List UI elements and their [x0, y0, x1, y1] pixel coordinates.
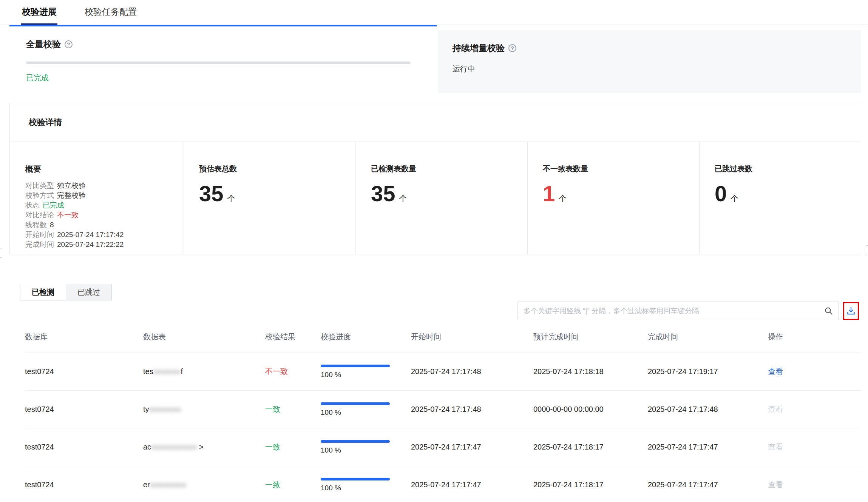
start-time-cell: 2025-07-24 17:17:48 [411, 405, 533, 414]
incremental-validation-status: 运行中 [453, 64, 861, 74]
result-cell: 不一致 [265, 366, 321, 377]
top-tab-bar: 校验进展 校验任务配置 [0, 0, 868, 25]
progress-bar [321, 478, 390, 480]
masked-table-name: oooooo [153, 367, 181, 376]
summary-item-finish-time: 完成时间2025-07-24 17:22:22 [25, 240, 184, 249]
full-validation-panel[interactable]: 全量校验 ? 已完成 [9, 25, 437, 93]
col-header-start-time: 开始时间 [411, 332, 533, 342]
stat-skipped-tables: 已跳过表数 0个 [699, 142, 861, 254]
progress-bar [321, 365, 390, 367]
tab-skipped[interactable]: 已跳过 [66, 284, 111, 300]
search-row [517, 302, 858, 320]
summary-title: 概要 [25, 164, 184, 174]
progress-cell: 100 % [321, 402, 411, 417]
result-cell: 一致 [265, 404, 321, 414]
full-validation-status: 已完成 [26, 73, 437, 83]
database-cell: test0724 [25, 367, 143, 376]
summary-item-start-time: 开始时间2025-07-24 17:17:42 [25, 230, 184, 240]
search-box [517, 302, 839, 320]
stat-value: 1 [543, 181, 555, 206]
download-icon [846, 306, 856, 316]
tab-validation-progress[interactable]: 校验进展 [22, 0, 57, 25]
full-validation-title: 全量校验 ? [26, 38, 437, 50]
database-cell: test0724 [25, 480, 143, 489]
stat-value: 35 [199, 181, 224, 206]
progress-bar [321, 402, 390, 405]
estimated-finish-cell: 2025-07-24 17:18:17 [533, 480, 648, 489]
finish-time-cell: 2025-07-24 17:17:47 [648, 480, 768, 489]
start-time-cell: 2025-07-24 17:17:48 [411, 367, 533, 376]
progress-label: 100 % [321, 371, 411, 379]
table-name-cell: acoooooooooo > [143, 443, 265, 451]
page: { "colors": { "accent_blue": "#2468f2", … [0, 0, 868, 502]
col-header-database: 数据库 [25, 332, 143, 342]
tab-detected[interactable]: 已检测 [20, 284, 66, 300]
col-header-progress: 校验进度 [321, 332, 411, 342]
help-icon[interactable]: ? [65, 40, 73, 48]
progress-bar [321, 440, 390, 443]
table-name-cell: tyooooooo [143, 405, 265, 414]
stat-checked-tables: 已检测表数量 35个 [355, 142, 527, 254]
estimated-finish-cell: 2025-07-24 17:18:18 [533, 367, 648, 376]
details-header: 校验详情 [10, 103, 861, 142]
masked-table-name: oooooooooo [151, 443, 197, 451]
finish-time-cell: 2025-07-24 17:17:48 [648, 405, 768, 414]
summary-item-compare-type: 对比类型独立校验 [25, 181, 184, 191]
summary-column: 概要 对比类型独立校验 校验方式完整校验 状态已完成 对比结论不一致 线程数8 … [10, 142, 184, 254]
incremental-validation-panel[interactable]: 持续增量校验 ? 运行中 [438, 30, 861, 93]
database-cell: test0724 [25, 405, 143, 414]
search-icon[interactable] [824, 306, 833, 316]
summary-item-conclusion: 对比结论不一致 [25, 210, 184, 220]
progress-cell: 100 % [321, 478, 411, 492]
summary-item-check-method: 校验方式完整校验 [25, 191, 184, 200]
masked-table-name: ooooooo [149, 405, 181, 413]
col-header-action: 操作 [768, 332, 861, 342]
view-link: 查看 [768, 404, 861, 414]
database-cell: test0724 [25, 443, 143, 451]
start-time-cell: 2025-07-24 17:17:47 [411, 443, 533, 451]
view-link: 查看 [768, 442, 861, 452]
left-edge-handle[interactable] [0, 248, 2, 258]
table-row: test0724 eroooooooo 一致 100 % 2025-07-24 … [25, 466, 861, 502]
stat-inconsistent-tables: 不一致表数量 1个 [527, 142, 699, 254]
progress-label: 100 % [321, 408, 411, 417]
help-icon[interactable]: ? [508, 44, 516, 52]
estimated-finish-cell: 2025-07-24 17:18:17 [533, 443, 648, 451]
result-cell: 一致 [265, 480, 321, 490]
estimated-finish-cell: 0000-00-00 00:00:00 [533, 405, 648, 414]
validation-details-section: 校验详情 概要 对比类型独立校验 校验方式完整校验 状态已完成 对比结论不一致 … [9, 103, 861, 254]
col-header-table: 数据表 [143, 332, 265, 342]
result-cell: 一致 [265, 442, 321, 452]
masked-table-name: oooooooo [150, 480, 187, 489]
summary-item-status: 状态已完成 [25, 200, 184, 210]
incremental-validation-title: 持续增量校验 ? [453, 42, 861, 54]
full-validation-progress-bar [26, 62, 411, 64]
tab-validation-task-config[interactable]: 校验任务配置 [85, 0, 137, 25]
finish-time-cell: 2025-07-24 17:19:17 [648, 367, 768, 376]
incremental-validation-title-text: 持续增量校验 [453, 42, 505, 54]
progress-label: 100 % [321, 446, 411, 454]
table-toolbar: 已检测 已跳过 [9, 284, 861, 321]
view-link[interactable]: 查看 [768, 366, 861, 377]
full-validation-title-text: 全量校验 [26, 38, 61, 50]
table-header-row: 数据库 数据表 校验结果 校验进度 开始时间 预计完成时间 完成时间 操作 [25, 321, 861, 353]
stat-value: 35 [371, 181, 395, 206]
table-name-cell: tesoooooof [143, 367, 265, 376]
start-time-cell: 2025-07-24 17:17:47 [411, 480, 533, 489]
download-button[interactable] [844, 303, 858, 319]
progress-cell: 100 % [321, 440, 411, 454]
right-edge-handle[interactable] [866, 245, 868, 255]
summary-item-thread-count: 线程数8 [25, 220, 184, 230]
col-header-estimated-finish: 预计完成时间 [533, 332, 648, 342]
table-row: test0724 tyooooooo 一致 100 % 2025-07-24 1… [25, 390, 861, 428]
search-input[interactable] [524, 307, 820, 315]
table-name-cell: eroooooooo [143, 480, 265, 489]
stat-estimated-tables: 预估表总数 35个 [184, 142, 355, 254]
finish-time-cell: 2025-07-24 17:17:47 [648, 443, 768, 451]
table-row: test0724 tesoooooof 不一致 100 % 2025-07-24… [25, 353, 861, 390]
details-title: 校验详情 [29, 117, 62, 128]
table-row: test0724 acoooooooooo > 一致 100 % 2025-07… [25, 428, 861, 466]
overview-panels: 全量校验 ? 已完成 持续增量校验 ? 运行中 [0, 25, 868, 93]
results-table: 数据库 数据表 校验结果 校验进度 开始时间 预计完成时间 完成时间 操作 te… [9, 321, 861, 502]
details-stats-row: 概要 对比类型独立校验 校验方式完整校验 状态已完成 对比结论不一致 线程数8 … [10, 142, 861, 254]
